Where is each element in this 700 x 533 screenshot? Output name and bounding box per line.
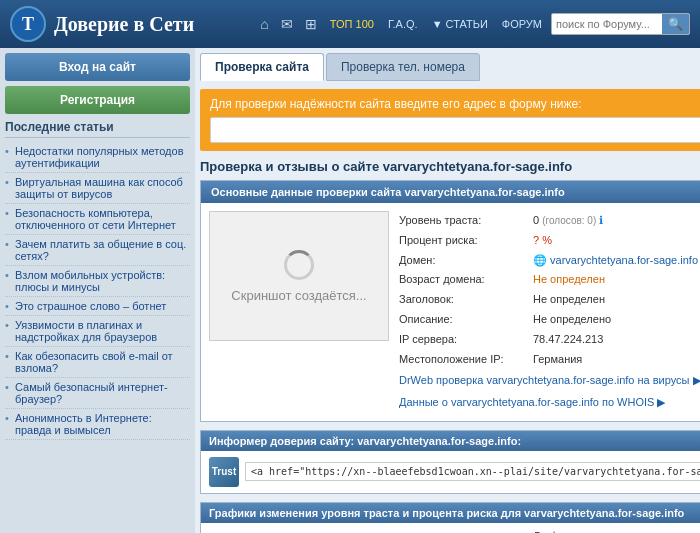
informer-code[interactable]: <a href="https://xn--blaeefebsd1cwoan.xn… bbox=[245, 462, 700, 481]
logo-icon: Т bbox=[10, 6, 46, 42]
content: Проверка сайта Проверка тел. номера Для … bbox=[195, 48, 700, 533]
sidebar: Вход на сайт Регистрация Последние стать… bbox=[0, 48, 195, 533]
informer-header: Информер доверия сайту: varvarychtetyana… bbox=[201, 431, 700, 451]
nav-top100[interactable]: ТОП 100 bbox=[325, 16, 379, 32]
informer-body: Trust <a href="https://xn--blaeefebsd1cw… bbox=[201, 451, 700, 493]
search-button[interactable]: 🔍 bbox=[662, 14, 689, 34]
graph-section: Графики изменения уровня траста и процен… bbox=[200, 502, 700, 533]
main-panel: Основные данные проверки сайта varvarych… bbox=[200, 180, 700, 422]
articles-list: Недостатки популярных методов аутентифик… bbox=[5, 142, 190, 440]
home-icon[interactable]: ⌂ bbox=[256, 14, 272, 34]
description-label: Описание: bbox=[399, 310, 529, 330]
login-button[interactable]: Вход на сайт bbox=[5, 53, 190, 81]
sidebar-article-item[interactable]: Виртуальная машина как способ защиты от … bbox=[5, 173, 190, 204]
location-label: Местоположение IP: bbox=[399, 350, 529, 370]
sidebar-article-item[interactable]: Недостатки популярных методов аутентифик… bbox=[5, 142, 190, 173]
domain-value: 🌐 varvarychtetyana.for-sage.info bbox=[533, 251, 698, 271]
domain-label: Домен: bbox=[399, 251, 529, 271]
trust-percent-label: Процент риска: bbox=[399, 231, 529, 251]
sidebar-article-item[interactable]: Уязвимости в плагинах и надстройках для … bbox=[5, 316, 190, 347]
sidebar-articles-title: Последние статьи bbox=[5, 120, 190, 138]
sidebar-article-item[interactable]: Безопасность компьютера, отключенного от… bbox=[5, 204, 190, 235]
sidebar-article-item[interactable]: Это страшное слово – ботнет bbox=[5, 297, 190, 316]
main-panel-header: Основные данные проверки сайта varvarych… bbox=[201, 181, 700, 203]
nav-forum[interactable]: ФОРУМ bbox=[497, 16, 547, 32]
trust-level-value: 0 (голосов: 0) ℹ bbox=[533, 211, 603, 231]
search-box: 🔍 bbox=[551, 13, 690, 35]
email-icon[interactable]: ✉ bbox=[277, 14, 297, 34]
title-label: Заголовок: bbox=[399, 290, 529, 310]
description-value: Не определено bbox=[533, 310, 611, 330]
title-row: Заголовок: Не определен bbox=[399, 290, 700, 310]
loading-spinner bbox=[284, 250, 314, 280]
nav-faq[interactable]: Г.А.Q. bbox=[383, 16, 423, 32]
tabs: Проверка сайта Проверка тел. номера bbox=[200, 53, 700, 81]
screenshot-area: Скриншот создаётся... bbox=[209, 211, 389, 341]
nav-bar: ⌂ ✉ ⊞ ТОП 100 Г.А.Q. ▼ СТАТЬИ ФОРУМ 🔍 bbox=[256, 13, 690, 35]
trust-level-label: Уровень траста: bbox=[399, 211, 529, 231]
informer-section: Информер доверия сайту: varvarychtetyana… bbox=[200, 430, 700, 494]
site-check-title: Проверка и отзывы о сайте varvarychtetya… bbox=[200, 159, 700, 174]
trust-details: Уровень траста: 0 (голосов: 0) ℹ Процент… bbox=[399, 211, 700, 413]
ip-row: IP сервера: 78.47.224.213 bbox=[399, 330, 700, 350]
trust-info-icon[interactable]: ℹ bbox=[599, 214, 603, 226]
sidebar-articles: Недостатки популярных методов аутентифик… bbox=[5, 142, 190, 440]
logo-area: Т Доверие в Сети bbox=[10, 6, 194, 42]
informer-icon: Trust bbox=[209, 457, 239, 487]
drweb-link[interactable]: DrWeb проверка varvarychtetyana.for-sage… bbox=[399, 371, 700, 391]
trust-percent-value: ? % bbox=[533, 231, 552, 251]
search-input[interactable] bbox=[552, 16, 662, 32]
age-value: Не определен bbox=[533, 270, 605, 290]
info-box: Для проверки надёжности сайта введите ег… bbox=[200, 89, 700, 151]
sidebar-article-item[interactable]: Самый безопасный интернет-браузер? bbox=[5, 378, 190, 409]
title-value: Не определен bbox=[533, 290, 605, 310]
ip-value: 78.47.224.213 bbox=[533, 330, 603, 350]
tab-check-phone[interactable]: Проверка тел. номера bbox=[326, 53, 480, 81]
register-button[interactable]: Регистрация bbox=[5, 86, 190, 114]
age-label: Возраст домена: bbox=[399, 270, 529, 290]
url-input[interactable] bbox=[210, 117, 700, 143]
info-box-text: Для проверки надёжности сайта введите ег… bbox=[210, 97, 582, 111]
location-row: Местоположение IP: Германия bbox=[399, 350, 700, 370]
header: Т Доверие в Сети ⌂ ✉ ⊞ ТОП 100 Г.А.Q. ▼ … bbox=[0, 0, 700, 48]
ip-label: IP сервера: bbox=[399, 330, 529, 350]
whois-link[interactable]: Данные о varvarychtetyana.for-sage.info … bbox=[399, 393, 700, 413]
age-row: Возраст домена: Не определен bbox=[399, 270, 700, 290]
sidebar-article-item[interactable]: Анонимность в Интернете: правда и вымысе… bbox=[5, 409, 190, 440]
svg-text:Т: Т bbox=[22, 14, 34, 34]
graph-header: Графики изменения уровня траста и процен… bbox=[201, 503, 700, 523]
nav-articles[interactable]: ▼ СТАТЬИ bbox=[427, 16, 493, 32]
site-details: Уровень траста: 0 (голосов: 0) ℹ Процент… bbox=[399, 211, 700, 413]
sidebar-article-item[interactable]: Взлом мобильных устройств: плюсы и минус… bbox=[5, 266, 190, 297]
trust-level-row-detail: Уровень траста: 0 (голосов: 0) ℹ bbox=[399, 211, 700, 231]
graph-body: График изменения уровня траста для varva… bbox=[201, 523, 700, 533]
domain-row: Домен: 🌐 varvarychtetyana.for-sage.info bbox=[399, 251, 700, 271]
location-value: Германия bbox=[533, 350, 582, 370]
trust-votes: (голосов: 0) bbox=[542, 215, 596, 226]
grid-icon[interactable]: ⊞ bbox=[301, 14, 321, 34]
trust-percent-row: Процент риска: ? % bbox=[399, 231, 700, 251]
tab-check-site[interactable]: Проверка сайта bbox=[200, 53, 324, 81]
layout: Вход на сайт Регистрация Последние стать… bbox=[0, 48, 700, 533]
site-title: Доверие в Сети bbox=[54, 13, 194, 36]
sidebar-article-item[interactable]: Как обезопасить свой e-mail от взлома? bbox=[5, 347, 190, 378]
sidebar-article-item[interactable]: Зачем платить за общение в соц. сетях? bbox=[5, 235, 190, 266]
url-input-row: ПРОВЕРКА САЙТА bbox=[210, 117, 700, 143]
screenshot-text: Скриншот создаётся... bbox=[231, 288, 366, 303]
main-panel-body: Скриншот создаётся... Уровень траста: 0 … bbox=[201, 203, 700, 421]
description-row: Описание: Не определено bbox=[399, 310, 700, 330]
trust-level-row: Уровень траста: 0 (голосов: 0) ℹ Процент… bbox=[399, 211, 700, 413]
